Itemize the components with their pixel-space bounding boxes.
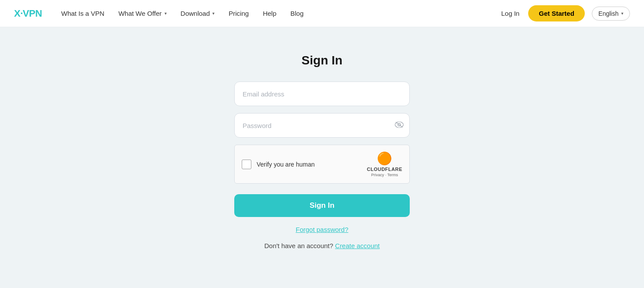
cloudflare-links: Privacy · Terms — [371, 173, 398, 177]
nav-right: Log In Get Started English ▾ — [500, 5, 630, 21]
login-button[interactable]: Log In — [500, 6, 522, 21]
cloudflare-branding: 🟠 CLOUDFLARE Privacy · Terms — [367, 151, 402, 177]
sign-in-form: Verify you are human 🟠 CLOUDFLARE Privac… — [0, 82, 644, 249]
nav-what-is-vpn[interactable]: What Is a VPN — [56, 6, 110, 21]
page-title: Sign In — [301, 53, 342, 68]
sign-in-button[interactable]: Sign In — [234, 194, 410, 217]
forgot-password-link[interactable]: Forgot password? — [296, 226, 348, 233]
logo-text: X·VPN — [14, 8, 42, 19]
nav-download[interactable]: Download ▾ — [175, 6, 220, 21]
captcha-label: Verify you are human — [257, 161, 315, 168]
chevron-down-icon: ▾ — [212, 11, 215, 16]
captcha-checkbox[interactable] — [242, 160, 251, 169]
eye-icon[interactable] — [395, 121, 404, 130]
logo[interactable]: X·VPN — [14, 8, 42, 19]
cloudflare-icon: 🟠 — [377, 151, 392, 166]
main-content: Sign In Verify you are human 🟠 CLOUDFLAR… — [0, 27, 644, 249]
create-account-link[interactable]: Create account — [335, 242, 380, 249]
language-selector[interactable]: English ▾ — [592, 7, 630, 21]
cloudflare-text: CLOUDFLARE — [367, 167, 402, 172]
nav-links: What Is a VPN What We Offer ▾ Download ▾… — [56, 6, 486, 21]
nav-what-we-offer[interactable]: What We Offer ▾ — [113, 6, 172, 21]
nav-blog[interactable]: Blog — [285, 6, 309, 21]
nav-help[interactable]: Help — [258, 6, 282, 21]
create-account-row: Don't have an account? Create account — [264, 242, 379, 249]
language-label: English — [598, 10, 619, 17]
password-wrapper — [234, 113, 410, 138]
get-started-button[interactable]: Get Started — [528, 5, 585, 21]
chevron-down-icon: ▾ — [621, 11, 623, 16]
svg-line-1 — [396, 122, 403, 128]
password-field[interactable] — [234, 113, 410, 138]
email-field[interactable] — [234, 82, 410, 106]
no-account-text: Don't have an account? — [264, 242, 333, 249]
captcha-box: Verify you are human 🟠 CLOUDFLARE Privac… — [234, 145, 410, 184]
captcha-left: Verify you are human — [242, 160, 315, 169]
chevron-down-icon: ▾ — [165, 11, 167, 16]
navbar: X·VPN What Is a VPN What We Offer ▾ Down… — [0, 0, 644, 27]
nav-pricing[interactable]: Pricing — [223, 6, 254, 21]
